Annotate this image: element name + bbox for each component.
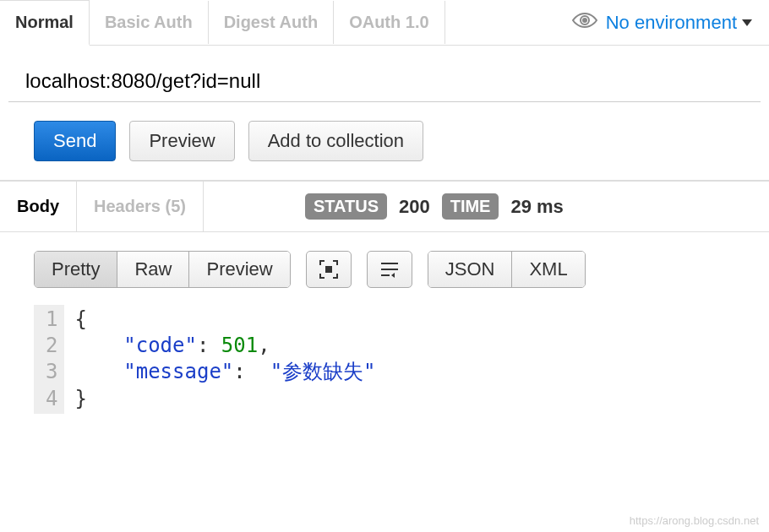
wrap-lines-icon[interactable] <box>367 251 412 288</box>
tab-oauth[interactable]: OAuth 1.0 <box>334 1 444 44</box>
add-to-collection-button[interactable]: Add to collection <box>248 121 423 161</box>
code-content: { "code": 501, "message": "参数缺失"} <box>64 305 375 414</box>
status-label: STATUS <box>305 193 387 220</box>
environment-label: No environment <box>606 12 737 34</box>
tab-digest-auth[interactable]: Digest Auth <box>209 1 334 44</box>
send-button[interactable]: Send <box>34 121 116 161</box>
format-json[interactable]: JSON <box>428 252 513 287</box>
time-label: TIME <box>442 193 499 220</box>
tab-normal[interactable]: Normal <box>0 0 90 46</box>
fullscreen-icon[interactable] <box>306 251 352 288</box>
tab-basic-auth[interactable]: Basic Auth <box>90 1 209 44</box>
format-xml[interactable]: XML <box>512 252 584 287</box>
tab-body[interactable]: Body <box>0 182 77 231</box>
view-raw[interactable]: Raw <box>117 252 189 287</box>
status-value: 200 <box>399 196 430 218</box>
eye-icon[interactable] <box>572 12 597 33</box>
svg-rect-1 <box>325 266 332 273</box>
watermark: https://arong.blog.csdn.net <box>630 514 759 527</box>
view-preview[interactable]: Preview <box>189 252 289 287</box>
tab-headers[interactable]: Headers (5) <box>77 182 204 231</box>
response-body: 1234 { "code": 501, "message": "参数缺失"} <box>0 300 769 414</box>
svg-point-0 <box>582 18 587 23</box>
view-pretty[interactable]: Pretty <box>35 252 117 287</box>
preview-button[interactable]: Preview <box>129 121 234 161</box>
line-gutter: 1234 <box>34 305 64 414</box>
view-mode-group: Pretty Raw Preview <box>34 251 291 288</box>
url-input[interactable] <box>8 61 761 102</box>
time-value: 29 ms <box>510 196 563 218</box>
chevron-down-icon <box>742 19 752 26</box>
environment-select[interactable]: No environment <box>606 12 752 34</box>
format-group: JSON XML <box>428 251 586 288</box>
